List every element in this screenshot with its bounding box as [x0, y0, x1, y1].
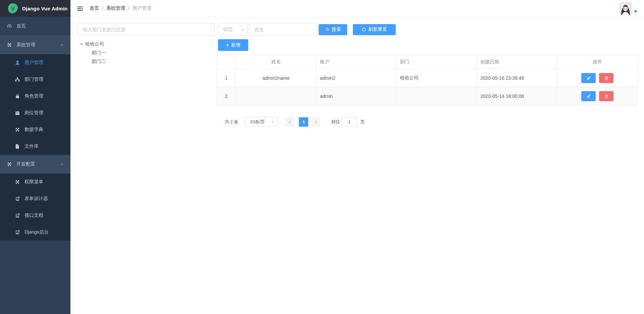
page-size-value: 20条/页 [250, 119, 265, 125]
sidebar-item-label: 部门管理 [24, 76, 43, 82]
delete-button[interactable] [599, 73, 613, 83]
department-filter-input[interactable] [77, 23, 215, 36]
sidebar-item-api-docs[interactable]: 接口文档 [0, 207, 70, 224]
department-tree: 哈哈公司 部门一部门二 [77, 40, 215, 66]
users-panel: 状态 搜索 [217, 23, 638, 127]
name-filter-input[interactable] [249, 23, 317, 36]
chevron-down-icon [241, 28, 245, 32]
delete-button[interactable] [599, 91, 613, 101]
page-content: 哈哈公司 部门一部门二 状态 [70, 17, 644, 314]
app-logo[interactable]: V Django Vue Admin [0, 0, 70, 17]
sidebar-item-user-management[interactable]: 用户管理 [0, 54, 70, 71]
user-avatar[interactable] [619, 2, 632, 15]
tree-node-label: 部门二 [92, 59, 106, 65]
sidebar-item-label: 接口文档 [24, 212, 43, 218]
sidebar-item-label: 系统管理 [16, 42, 35, 48]
sidebar-item-form-designer[interactable]: 表单设计器 [0, 190, 70, 207]
breadcrumb-current: 用户管理 [132, 5, 151, 11]
sidebar-item-post-management[interactable]: 岗位管理 [0, 105, 70, 121]
external-link-icon [15, 213, 20, 218]
breadcrumb-home[interactable]: 首页 [90, 5, 99, 11]
navbar: 首页 / 系统管理 / 用户管理 [70, 0, 644, 17]
column-header [217, 55, 236, 69]
column-header: 部门 [396, 55, 477, 69]
main-area: 首页 / 系统管理 / 用户管理 [70, 0, 644, 314]
table-header-row: 姓名账户部门创建日期操作 [217, 55, 638, 69]
chevron-down-icon [271, 120, 275, 124]
user-icon [15, 60, 20, 65]
status-select[interactable]: 状态 [219, 23, 248, 36]
sidebar-item-label: Django后台 [24, 229, 49, 235]
external-link-icon [15, 196, 20, 201]
component-icon [7, 42, 12, 48]
breadcrumb: 首页 / 系统管理 / 用户管理 [90, 5, 151, 11]
refresh-icon [362, 27, 366, 32]
caret-down-icon[interactable] [634, 10, 637, 13]
component-icon [15, 127, 20, 132]
tree-node[interactable]: 部门一 [77, 49, 215, 57]
column-header: 账户 [317, 55, 396, 69]
sidebar-item-label: 开发配置 [16, 161, 35, 167]
search-button-label: 搜索 [332, 26, 341, 33]
name-cell [236, 87, 317, 105]
sidebar-item-system-management[interactable]: 系统管理 [0, 36, 70, 54]
column-header: 姓名 [236, 55, 317, 69]
caret-expanded-icon[interactable] [80, 44, 83, 47]
submenu-system-management: 用户管理部门管理角色管理岗位管理数据字典文件库 [0, 54, 70, 155]
name-cell: admin2name [236, 69, 317, 87]
sidebar-item-label: 用户管理 [24, 60, 43, 66]
edit-button[interactable] [581, 73, 596, 83]
sidebar-item-label: 首页 [16, 23, 26, 29]
current-page[interactable]: 1 [299, 117, 308, 127]
sidebar-item-dept-management[interactable]: 部门管理 [0, 71, 70, 88]
edit-button[interactable] [581, 91, 596, 101]
breadcrumb-separator: / [128, 6, 129, 11]
pagination: 共 2 条 20条/页 1 前往 [217, 117, 638, 127]
prev-page-button[interactable] [285, 117, 294, 127]
add-button-label: 新增 [231, 42, 240, 48]
search-button[interactable]: 搜索 [319, 24, 347, 35]
total-count: 共 2 条 [225, 119, 238, 125]
tree-node-label: 部门一 [92, 50, 106, 56]
sidebar-item-django-admin[interactable]: Django后台 [0, 224, 70, 241]
table-body: 1admin2nameadmin2哈哈公司2020-05-16 23:39:49… [217, 69, 638, 105]
external-link-icon [15, 230, 20, 235]
sidebar-item-dev-config[interactable]: 开发配置 [0, 155, 70, 174]
sidebar-item-label: 角色管理 [24, 93, 43, 99]
sidebar-item-file-library[interactable]: 文件库 [0, 138, 70, 155]
tree-node[interactable]: 部门二 [77, 57, 215, 66]
tree-node-label: 哈哈公司 [85, 41, 104, 47]
add-button[interactable]: + 新增 [218, 39, 248, 51]
sidebar-item-home[interactable]: 首页 [0, 17, 70, 36]
dept-cell [396, 87, 477, 105]
sidebar-item-label: 数据字典 [24, 127, 43, 133]
goto-page-input[interactable] [341, 117, 357, 127]
column-header: 操作 [557, 55, 638, 69]
actions-cell [557, 69, 638, 87]
app-title: Django Vue Admin [22, 6, 67, 11]
filter-row: 状态 搜索 [217, 23, 638, 36]
goto-label: 前往 [331, 119, 340, 125]
page-size-select[interactable]: 20条/页 [245, 117, 278, 127]
tree-node-root[interactable]: 哈哈公司 [77, 40, 215, 49]
row-index-cell: 1 [217, 69, 236, 87]
sidebar: V Django Vue Admin 首页系统管理用户管理部门管理角色管理岗位管… [0, 0, 70, 314]
dept-cell: 哈哈公司 [396, 69, 477, 87]
app-root: V Django Vue Admin 首页系统管理用户管理部门管理角色管理岗位管… [0, 0, 644, 314]
chevron-up-icon [60, 163, 64, 166]
table-row: 2admin2020-05-14 18:00:08 [217, 87, 638, 105]
vue-logo-icon: V [8, 3, 18, 13]
next-page-button[interactable] [312, 117, 320, 127]
sidebar-item-role-management[interactable]: 角色管理 [0, 88, 70, 105]
sidebar-item-data-dictionary[interactable]: 数据字典 [0, 121, 70, 138]
tree-children: 部门一部门二 [77, 49, 215, 66]
sidebar-item-permission-menu[interactable]: 权限菜单 [0, 174, 70, 190]
sidebar-item-label: 岗位管理 [24, 110, 43, 116]
sidebar-item-label: 权限菜单 [24, 179, 43, 185]
table-row: 1admin2nameadmin2哈哈公司2020-05-16 23:39:49 [217, 69, 638, 87]
hamburger-icon[interactable] [76, 5, 84, 12]
tree-icon [15, 77, 20, 82]
refresh-reset-button[interactable]: 刷新重置 [353, 24, 396, 35]
breadcrumb-system[interactable]: 系统管理 [106, 5, 125, 11]
search-icon [325, 27, 330, 32]
